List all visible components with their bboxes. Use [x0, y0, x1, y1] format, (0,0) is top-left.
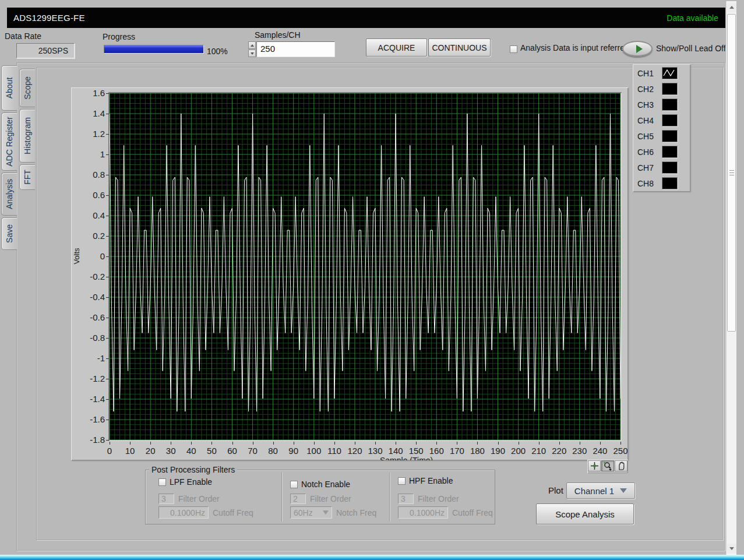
notch-enable-checkbox[interactable] — [290, 481, 298, 488]
x-tick-mark — [416, 442, 417, 445]
legend-row: CH5 — [637, 128, 690, 144]
notch-freq-dropdown[interactable]: 60Hz — [290, 506, 332, 519]
y-tick-label: -1.8 — [75, 435, 105, 445]
tab-histogram[interactable]: Histogram — [19, 109, 35, 163]
lpf-enable-label: LPF Enable — [170, 477, 212, 487]
tab-label: Save — [5, 224, 14, 243]
scroll-up-button[interactable] — [727, 2, 736, 12]
window-title: ADS1299EEG-FE — [7, 13, 85, 23]
samples-input[interactable]: 250 — [256, 41, 335, 57]
hpf-cutoff-input[interactable]: 0.1000Hz — [398, 506, 448, 519]
legend-row: CH3 — [637, 97, 690, 112]
tab-label: Scope — [23, 76, 32, 100]
tab-label: Histogram — [23, 117, 32, 154]
channel-label: CH6 — [637, 147, 662, 157]
samples-stepper[interactable] — [248, 41, 256, 57]
x-tick-mark — [539, 442, 540, 445]
legend-row: CH6 — [637, 144, 690, 160]
y-tick-label: -0.6 — [75, 312, 105, 322]
acquire-button[interactable]: ACQUIRE — [366, 38, 427, 57]
channel-label: CH5 — [637, 132, 662, 141]
notch-freq-label: Notch Freq — [336, 508, 376, 517]
x-tick-mark — [457, 442, 457, 445]
scrollbar-thumb[interactable] — [727, 14, 736, 332]
y-tick-mark — [106, 216, 109, 216]
lead-off-label: Show/Poll Lead Off S — [656, 44, 725, 53]
crosshair-tool-button[interactable] — [588, 460, 601, 471]
triangle-up-icon — [729, 6, 734, 9]
y-tick-label: -0.2 — [75, 272, 105, 281]
channel-plot-sample[interactable] — [662, 114, 678, 126]
tab-adc-register[interactable]: ADC Register — [1, 112, 17, 171]
tab-label: Analysis — [5, 179, 14, 209]
y-tick-mark — [106, 154, 109, 155]
y-tick-mark — [106, 297, 109, 298]
data-rate-indicator: 250SPS — [16, 43, 75, 58]
legend-row: CH2 — [637, 81, 690, 97]
notch-order-input[interactable]: 2 — [290, 494, 306, 504]
progress-bar — [104, 45, 204, 54]
x-tick-mark — [580, 442, 580, 445]
channel-label: CH3 — [637, 100, 662, 110]
y-tick-mark — [106, 93, 109, 94]
y-tick-mark — [106, 175, 109, 175]
lpf-enable-checkbox[interactable] — [158, 478, 166, 486]
tab-scope[interactable]: Scope — [19, 69, 35, 107]
y-tick-label: -1.4 — [75, 394, 105, 404]
channel-plot-sample[interactable] — [662, 177, 678, 189]
tab-about[interactable]: About — [1, 65, 17, 111]
progress-percent: 100% — [207, 47, 228, 56]
x-axis-label: Sample (Time) — [380, 456, 433, 460]
continuous-button[interactable]: CONTINUOUS — [428, 38, 491, 57]
x-tick-mark — [519, 442, 519, 445]
channel-plot-sample[interactable] — [662, 98, 678, 111]
y-tick-mark — [106, 399, 109, 400]
x-tick-mark — [477, 442, 478, 445]
tab-fft[interactable]: FFT — [19, 164, 35, 190]
y-tick-mark — [106, 338, 109, 339]
hpf-enable-checkbox[interactable] — [398, 477, 406, 485]
samples-label: Samples/CH — [255, 30, 301, 40]
scope-analysis-button[interactable]: Scope Analysis — [536, 503, 634, 524]
x-tick-mark — [150, 442, 151, 445]
spinner-up-icon[interactable] — [248, 41, 256, 49]
y-tick-label: 0.8 — [75, 170, 105, 179]
progress-bar-fill — [104, 45, 203, 53]
analysis-referred-checkbox[interactable] — [510, 45, 517, 53]
y-tick-label: 0.2 — [75, 231, 105, 241]
x-tick-mark — [211, 442, 212, 445]
y-tick-label: 1.4 — [75, 108, 105, 118]
zoom-tool-button[interactable] — [601, 460, 614, 471]
lpf-order-input[interactable]: 3 — [158, 494, 174, 504]
channel-plot-sample[interactable] — [662, 146, 678, 158]
channel-plot-sample[interactable] — [662, 83, 678, 95]
channel-legend: CH1CH2CH3CH4CH5CH6CH7CH8 — [633, 64, 690, 192]
channel-plot-sample[interactable] — [662, 161, 678, 174]
x-tick-mark — [396, 442, 396, 445]
vertical-scrollbar[interactable] — [726, 1, 736, 555]
y-tick-label: 0.4 — [75, 210, 105, 220]
tab-analysis[interactable]: Analysis — [1, 172, 17, 216]
y-tick-mark — [106, 256, 109, 257]
plot-channel-dropdown[interactable]: Channel 1 — [566, 482, 635, 499]
plot-channel-value: Channel 1 — [574, 486, 614, 496]
channel-label: CH8 — [637, 179, 662, 188]
pan-tool-button[interactable] — [615, 460, 627, 471]
scroll-down-button[interactable] — [727, 544, 736, 554]
plot-area[interactable] — [108, 92, 622, 441]
notch-column: Notch Enable 2 Filter Order 60Hz Notch F… — [282, 470, 389, 524]
y-tick-mark — [106, 420, 109, 420]
tab-label: About — [5, 78, 14, 99]
channel-plot-sample[interactable] — [662, 130, 678, 142]
spinner-down-icon[interactable] — [248, 50, 256, 57]
tab-save[interactable]: Save — [1, 217, 17, 250]
x-tick-mark — [620, 442, 621, 445]
waveform-plot — [110, 93, 620, 440]
hpf-order-input[interactable]: 3 — [398, 494, 414, 504]
green-arrow-icon — [636, 45, 643, 53]
lpf-cutoff-input[interactable]: 0.1000Hz — [158, 506, 209, 519]
lead-off-led-button[interactable] — [622, 41, 653, 57]
channel-plot-sample[interactable] — [662, 67, 678, 79]
x-tick-mark — [232, 442, 233, 445]
legend-row: CH4 — [637, 112, 690, 128]
